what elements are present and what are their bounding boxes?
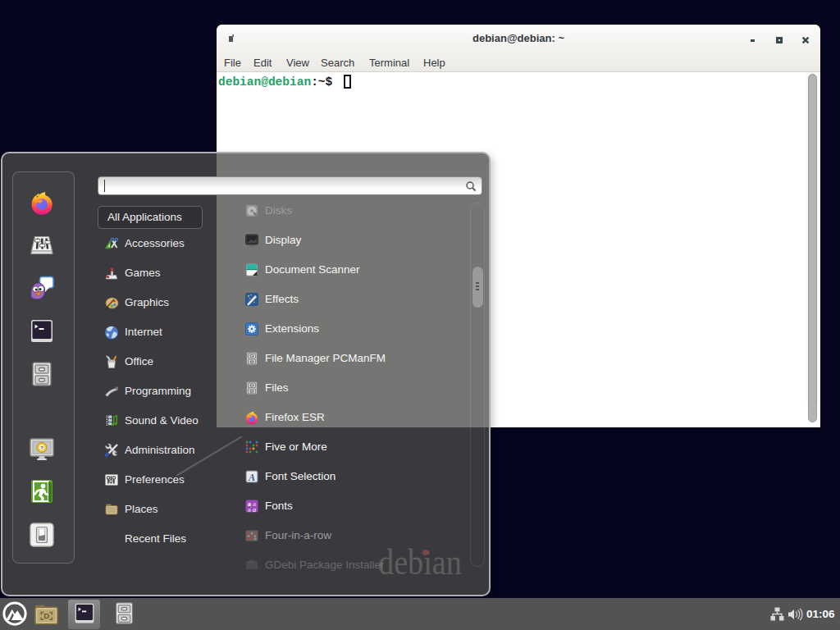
svg-text:D: D (43, 611, 49, 620)
svg-text:a: a (248, 505, 251, 514)
svg-text:?: ? (40, 445, 43, 450)
svg-text:a: a (253, 505, 256, 514)
svg-text:A: A (248, 472, 255, 483)
